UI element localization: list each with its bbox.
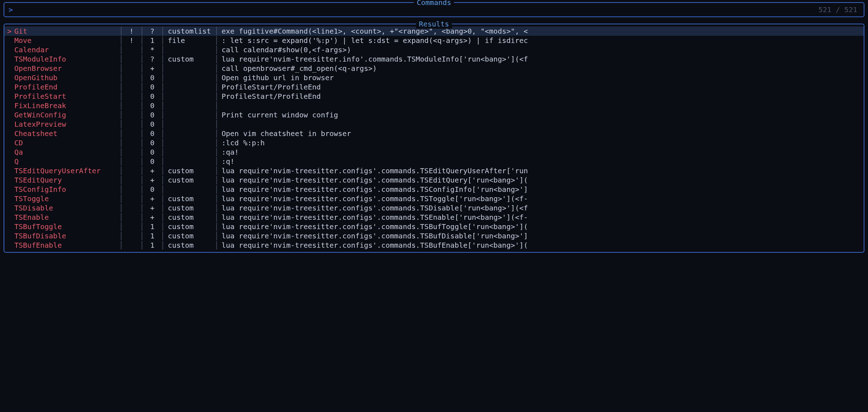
result-row[interactable]: Calendar││*││call calendar#show(0,<f-arg… xyxy=(4,45,864,54)
column-separator: │ xyxy=(160,120,166,129)
result-row[interactable]: ProfileStart││0││ProfileStart/ProfileEnd xyxy=(4,92,864,101)
prompt-caret-icon: > xyxy=(9,5,13,14)
command-bang xyxy=(124,194,139,203)
column-separator: │ xyxy=(139,175,145,185)
command-definition: ProfileStart/ProfileEnd xyxy=(219,92,864,101)
result-row[interactable]: Move│!│1│file│: let s:src = expand('%:p'… xyxy=(4,36,864,45)
command-bang xyxy=(124,64,139,73)
command-name: LatexPreview xyxy=(14,120,118,129)
selection-gutter xyxy=(4,175,14,185)
result-row[interactable]: CD││0││:lcd %:p:h xyxy=(4,138,864,147)
results-counter: 521 / 521 xyxy=(819,5,857,14)
column-separator: │ xyxy=(118,203,124,213)
selection-gutter xyxy=(4,203,14,213)
column-separator: │ xyxy=(160,231,166,241)
command-complete: file xyxy=(166,36,214,45)
column-separator: │ xyxy=(139,166,145,175)
selection-gutter xyxy=(4,194,14,203)
column-separator: │ xyxy=(139,120,145,129)
column-separator: │ xyxy=(139,45,145,54)
column-separator: │ xyxy=(214,241,219,250)
column-separator: │ xyxy=(118,175,124,185)
command-bang xyxy=(124,45,139,54)
result-row[interactable]: TSToggle││+│custom│lua require'nvim-tree… xyxy=(4,194,864,203)
column-separator: │ xyxy=(160,194,166,203)
command-definition xyxy=(219,120,864,129)
result-row[interactable]: TSEnable││+│custom│lua require'nvim-tree… xyxy=(4,213,864,222)
column-separator: │ xyxy=(214,231,219,241)
command-bang xyxy=(124,185,139,194)
command-definition: Open github url in browser xyxy=(219,73,864,82)
command-complete xyxy=(166,92,214,101)
result-row[interactable]: TSEditQueryUserAfter││+│custom│lua requi… xyxy=(4,166,864,175)
column-separator: │ xyxy=(118,166,124,175)
command-bang xyxy=(124,241,139,250)
column-separator: │ xyxy=(139,194,145,203)
command-complete: custom xyxy=(166,241,214,250)
result-row[interactable]: TSDisable││+│custom│lua require'nvim-tre… xyxy=(4,203,864,213)
result-row[interactable]: FixLineBreak││0││ xyxy=(4,101,864,110)
command-complete: custom xyxy=(166,203,214,213)
column-separator: │ xyxy=(139,73,145,82)
selection-gutter xyxy=(4,213,14,222)
command-definition: lua require'nvim-treesitter.configs'.com… xyxy=(219,203,864,213)
column-separator: │ xyxy=(118,73,124,82)
command-definition: :lcd %:p:h xyxy=(219,138,864,147)
column-separator: │ xyxy=(214,110,219,120)
command-bang xyxy=(124,138,139,147)
command-nargs: 0 xyxy=(145,101,160,110)
command-bang xyxy=(124,231,139,241)
command-name: CD xyxy=(14,138,118,147)
command-complete xyxy=(166,185,214,194)
column-separator: │ xyxy=(214,101,219,110)
result-row[interactable]: TSBufToggle││1│custom│lua require'nvim-t… xyxy=(4,222,864,231)
selection-gutter xyxy=(4,120,14,129)
command-complete xyxy=(166,73,214,82)
command-definition: Print current window config xyxy=(219,110,864,120)
column-separator: │ xyxy=(160,129,166,138)
result-row[interactable]: Qa││0││:qa! xyxy=(4,147,864,157)
result-row[interactable]: OpenBrowser││+││call openbrowser#_cmd_op… xyxy=(4,64,864,73)
command-nargs: 0 xyxy=(145,138,160,147)
selection-gutter xyxy=(4,54,14,64)
command-name: FixLineBreak xyxy=(14,101,118,110)
column-separator: │ xyxy=(160,166,166,175)
column-separator: │ xyxy=(118,110,124,120)
column-separator: │ xyxy=(118,92,124,101)
column-separator: │ xyxy=(214,45,219,54)
column-separator: │ xyxy=(214,222,219,231)
command-complete xyxy=(166,110,214,120)
command-bang xyxy=(124,129,139,138)
command-complete xyxy=(166,147,214,157)
result-row[interactable]: ProfileEnd││0││ProfileStart/ProfileEnd xyxy=(4,82,864,92)
result-row[interactable]: TSBufEnable││1│custom│lua require'nvim-t… xyxy=(4,241,864,250)
column-separator: │ xyxy=(139,101,145,110)
result-row[interactable]: Q││0││:q! xyxy=(4,157,864,166)
result-row[interactable]: Cheatsheet││0││Open vim cheatsheet in br… xyxy=(4,129,864,138)
command-definition: call calendar#show(0,<f-args>) xyxy=(219,45,864,54)
result-row[interactable]: OpenGithub││0││Open github url in browse… xyxy=(4,73,864,82)
result-row[interactable]: TSBufDisable││1│custom│lua require'nvim-… xyxy=(4,231,864,241)
result-row[interactable]: LatexPreview││0││ xyxy=(4,120,864,129)
command-name: Move xyxy=(14,36,118,45)
column-separator: │ xyxy=(160,110,166,120)
result-row[interactable]: TSModuleInfo││?│custom│lua require'nvim-… xyxy=(4,54,864,64)
command-bang xyxy=(124,73,139,82)
result-row[interactable]: TSEditQuery││+│custom│lua require'nvim-t… xyxy=(4,175,864,185)
column-separator: │ xyxy=(160,185,166,194)
selection-gutter xyxy=(4,231,14,241)
column-separator: │ xyxy=(118,45,124,54)
command-name: ProfileStart xyxy=(14,92,118,101)
command-name: TSToggle xyxy=(14,194,118,203)
command-complete xyxy=(166,82,214,92)
command-definition: lua require'nvim-treesitter.configs'.com… xyxy=(219,185,864,194)
results-list[interactable]: >Git│!│?│customlist│exe fugitive#Command… xyxy=(4,26,864,250)
selection-gutter xyxy=(4,222,14,231)
result-row[interactable]: GetWinConfig││0││Print current window co… xyxy=(4,110,864,120)
result-row[interactable]: TSConfigInfo││0││lua require'nvim-treesi… xyxy=(4,185,864,194)
command-definition: lua require'nvim-treesitter.configs'.com… xyxy=(219,231,864,241)
command-name: TSConfigInfo xyxy=(14,185,118,194)
column-separator: │ xyxy=(139,147,145,157)
command-bang xyxy=(124,54,139,64)
column-separator: │ xyxy=(118,241,124,250)
